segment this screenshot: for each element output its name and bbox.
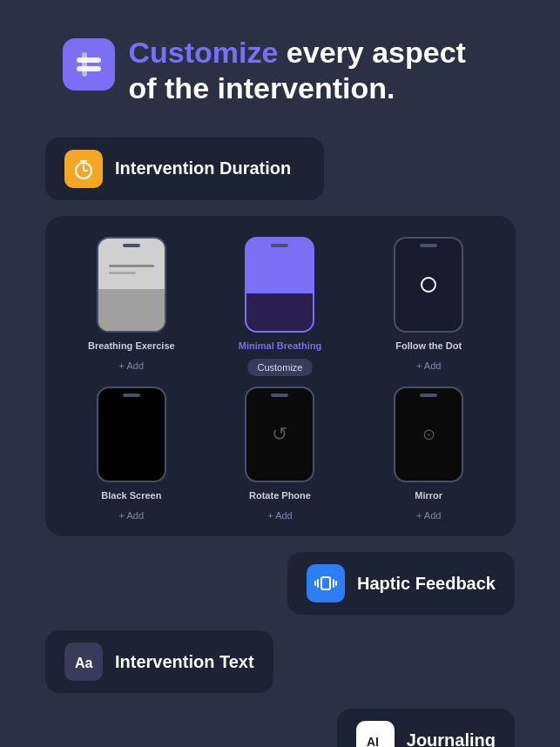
intervention-text-icon-box: Aa (64, 643, 103, 681)
header-section: Customize every aspect of the interventi… (63, 35, 498, 106)
header-highlight: Customize (129, 36, 279, 69)
intervention-duration-icon-box (64, 150, 103, 188)
phone-item-black[interactable]: Black Screen + Add (63, 387, 201, 522)
header-title: Customize every aspect of the interventi… (129, 35, 498, 106)
haptic-icon (314, 572, 337, 595)
phone-add-breathing[interactable]: + Add (114, 359, 149, 373)
phone-item-rotate[interactable]: ↺ Rotate Phone + Add (211, 387, 349, 522)
svg-text:AI: AI (367, 735, 379, 747)
phone-name-black: Black Screen (101, 489, 161, 501)
phone-frame-breathing (97, 237, 166, 333)
svg-rect-1 (77, 66, 101, 71)
phone-frame-black (97, 387, 166, 482)
phone-name-minimal: Minimal Breathing (239, 340, 321, 352)
phone-item-breathing[interactable]: Breathing Exercise + Add (63, 237, 201, 376)
svg-rect-0 (77, 57, 101, 63)
phone-item-minimal[interactable]: Minimal Breathing Customize (211, 237, 349, 376)
phone-item-dot[interactable]: Follow the Dot + Add (360, 237, 498, 376)
journaling-row[interactable]: AI Journaling (337, 709, 515, 747)
intervention-text-label: Intervention Text (115, 652, 254, 672)
phone-frame-dot (394, 237, 463, 333)
intervention-duration-label: Intervention Duration (115, 158, 291, 178)
journaling-icon-box: AI (356, 721, 395, 747)
phone-name-breathing: Breathing Exercise (88, 340, 175, 352)
svg-text:Aa: Aa (75, 656, 93, 670)
phone-item-mirror[interactable]: ⊙ Mirror + Add (360, 387, 498, 522)
app-icon (63, 38, 115, 91)
text-aa-icon: Aa (72, 650, 95, 673)
svg-rect-8 (321, 577, 330, 589)
haptic-feedback-icon-box (307, 564, 345, 602)
timer-icon (72, 158, 95, 180)
phone-frame-minimal (245, 237, 314, 333)
phones-grid: Breathing Exercise + Add Minimal Breathi… (63, 237, 498, 523)
phone-name-rotate: Rotate Phone (249, 489, 311, 501)
haptic-feedback-row[interactable]: Haptic Feedback (287, 552, 515, 615)
phone-name-mirror: Mirror (415, 489, 442, 501)
intervention-text-row[interactable]: Aa Intervention Text (45, 630, 273, 693)
phone-add-dot[interactable]: + Add (411, 359, 446, 373)
phone-frame-mirror: ⊙ (394, 387, 463, 482)
phone-add-black[interactable]: + Add (114, 508, 149, 522)
journaling-icon: AI (364, 729, 387, 747)
phone-name-dot: Follow the Dot (395, 340, 462, 352)
phone-add-mirror[interactable]: + Add (411, 508, 446, 522)
journaling-label: Journaling (407, 730, 496, 747)
phones-card: Breathing Exercise + Add Minimal Breathi… (45, 216, 516, 537)
camera-icon: ⊙ (422, 425, 435, 444)
phone-add-rotate[interactable]: + Add (262, 508, 297, 522)
phone-frame-rotate: ↺ (245, 387, 314, 482)
svg-rect-2 (82, 52, 87, 77)
haptic-feedback-label: Haptic Feedback (357, 574, 496, 594)
intervention-duration-row[interactable]: Intervention Duration (45, 138, 324, 200)
rotate-icon: ↺ (272, 423, 287, 446)
phone-customize-minimal[interactable]: Customize (247, 359, 314, 376)
